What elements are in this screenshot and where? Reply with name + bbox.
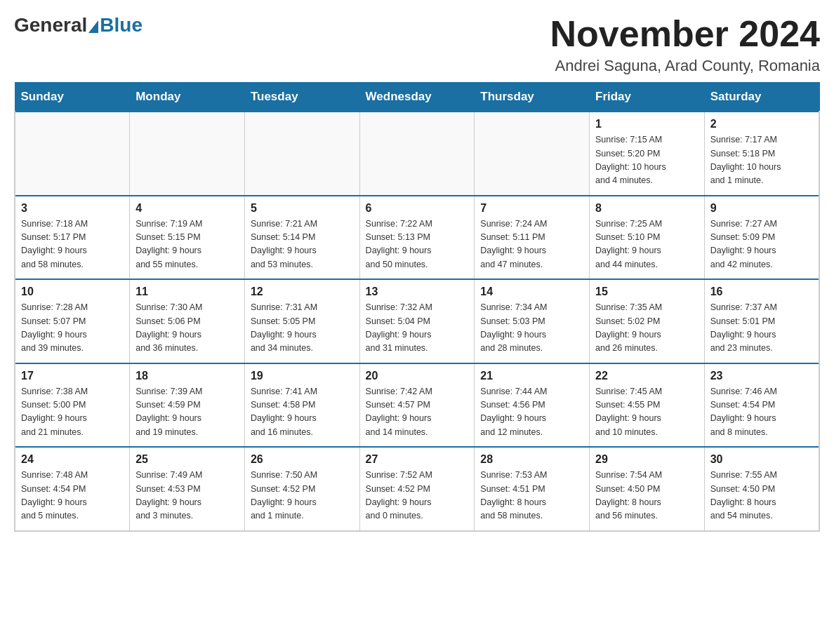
calendar-header-wednesday: Wednesday	[359, 83, 475, 112]
calendar-cell: 22Sunrise: 7:45 AM Sunset: 4:55 PM Dayli…	[590, 363, 705, 448]
day-info: Sunrise: 7:27 AM Sunset: 5:09 PM Dayligh…	[710, 217, 813, 272]
day-info: Sunrise: 7:17 AM Sunset: 5:18 PM Dayligh…	[710, 133, 813, 188]
day-number: 3	[21, 202, 124, 215]
day-number: 25	[135, 453, 239, 466]
calendar-cell: 17Sunrise: 7:38 AM Sunset: 5:00 PM Dayli…	[15, 363, 130, 448]
day-number: 27	[366, 453, 469, 466]
calendar-cell: 19Sunrise: 7:41 AM Sunset: 4:58 PM Dayli…	[244, 363, 359, 448]
day-info: Sunrise: 7:30 AM Sunset: 5:06 PM Dayligh…	[135, 301, 239, 356]
calendar-cell: 25Sunrise: 7:49 AM Sunset: 4:53 PM Dayli…	[130, 447, 245, 531]
logo-blue-text: Blue	[100, 14, 143, 36]
day-number: 28	[480, 453, 583, 466]
calendar-cell: 30Sunrise: 7:55 AM Sunset: 4:50 PM Dayli…	[704, 447, 819, 531]
day-number: 24	[21, 453, 124, 466]
calendar-header-sunday: Sunday	[15, 83, 130, 112]
calendar-cell: 2Sunrise: 7:17 AM Sunset: 5:18 PM Daylig…	[704, 112, 819, 196]
title-area: November 2024 Andrei Saguna, Arad County…	[550, 14, 820, 75]
day-number: 8	[595, 202, 699, 215]
day-info: Sunrise: 7:53 AM Sunset: 4:51 PM Dayligh…	[480, 469, 583, 523]
calendar-cell	[15, 112, 130, 196]
calendar-week-row-4: 17Sunrise: 7:38 AM Sunset: 5:00 PM Dayli…	[15, 363, 819, 448]
day-info: Sunrise: 7:32 AM Sunset: 5:04 PM Dayligh…	[366, 301, 469, 356]
day-number: 29	[595, 453, 699, 466]
day-info: Sunrise: 7:34 AM Sunset: 5:03 PM Dayligh…	[480, 301, 583, 356]
calendar-cell: 5Sunrise: 7:21 AM Sunset: 5:14 PM Daylig…	[244, 196, 359, 280]
calendar-week-row-3: 10Sunrise: 7:28 AM Sunset: 5:07 PM Dayli…	[15, 279, 819, 363]
calendar-cell: 27Sunrise: 7:52 AM Sunset: 4:52 PM Dayli…	[359, 447, 475, 531]
day-info: Sunrise: 7:19 AM Sunset: 5:15 PM Dayligh…	[135, 217, 239, 272]
calendar-table: SundayMondayTuesdayWednesdayThursdayFrid…	[14, 82, 820, 532]
day-info: Sunrise: 7:28 AM Sunset: 5:07 PM Dayligh…	[21, 301, 124, 356]
day-info: Sunrise: 7:41 AM Sunset: 4:58 PM Dayligh…	[251, 385, 354, 440]
day-info: Sunrise: 7:35 AM Sunset: 5:02 PM Dayligh…	[595, 301, 699, 356]
day-info: Sunrise: 7:45 AM Sunset: 4:55 PM Dayligh…	[595, 385, 699, 440]
day-info: Sunrise: 7:25 AM Sunset: 5:10 PM Dayligh…	[595, 217, 699, 272]
day-number: 21	[480, 370, 583, 382]
logo-triangle-icon	[88, 20, 98, 33]
day-number: 20	[366, 370, 469, 382]
month-title: November 2024	[550, 14, 820, 54]
day-info: Sunrise: 7:48 AM Sunset: 4:54 PM Dayligh…	[21, 469, 124, 523]
day-number: 16	[710, 286, 813, 298]
day-info: Sunrise: 7:31 AM Sunset: 5:05 PM Dayligh…	[251, 301, 354, 356]
day-number: 10	[21, 286, 124, 298]
calendar-cell: 10Sunrise: 7:28 AM Sunset: 5:07 PM Dayli…	[15, 279, 130, 363]
day-number: 1	[595, 118, 699, 130]
page-header: General Blue November 2024 Andrei Saguna…	[14, 14, 820, 75]
day-number: 12	[251, 286, 354, 298]
day-number: 17	[21, 370, 124, 382]
day-info: Sunrise: 7:54 AM Sunset: 4:50 PM Dayligh…	[595, 469, 699, 523]
day-info: Sunrise: 7:22 AM Sunset: 5:13 PM Dayligh…	[366, 217, 469, 272]
day-number: 11	[135, 286, 239, 298]
day-number: 22	[595, 370, 699, 382]
day-info: Sunrise: 7:24 AM Sunset: 5:11 PM Dayligh…	[480, 217, 583, 272]
calendar-cell: 14Sunrise: 7:34 AM Sunset: 5:03 PM Dayli…	[475, 279, 590, 363]
logo: General Blue	[14, 14, 143, 36]
calendar-header-friday: Friday	[590, 83, 705, 112]
day-number: 6	[366, 202, 469, 215]
calendar-cell: 4Sunrise: 7:19 AM Sunset: 5:15 PM Daylig…	[130, 196, 245, 280]
day-number: 26	[251, 453, 354, 466]
calendar-cell: 8Sunrise: 7:25 AM Sunset: 5:10 PM Daylig…	[590, 196, 705, 280]
calendar-cell: 16Sunrise: 7:37 AM Sunset: 5:01 PM Dayli…	[704, 279, 819, 363]
calendar-cell	[475, 112, 590, 196]
calendar-cell	[244, 112, 359, 196]
day-info: Sunrise: 7:38 AM Sunset: 5:00 PM Dayligh…	[21, 385, 124, 440]
day-info: Sunrise: 7:49 AM Sunset: 4:53 PM Dayligh…	[135, 469, 239, 523]
location-subtitle: Andrei Saguna, Arad County, Romania	[550, 57, 820, 75]
logo-general-text: General	[14, 14, 87, 36]
day-info: Sunrise: 7:42 AM Sunset: 4:57 PM Dayligh…	[366, 385, 469, 440]
calendar-cell: 13Sunrise: 7:32 AM Sunset: 5:04 PM Dayli…	[359, 279, 475, 363]
day-number: 4	[135, 202, 239, 215]
day-info: Sunrise: 7:21 AM Sunset: 5:14 PM Dayligh…	[251, 217, 354, 272]
calendar-header-tuesday: Tuesday	[244, 83, 359, 112]
day-number: 5	[251, 202, 354, 215]
day-info: Sunrise: 7:44 AM Sunset: 4:56 PM Dayligh…	[480, 385, 583, 440]
day-number: 14	[480, 286, 583, 298]
calendar-cell: 15Sunrise: 7:35 AM Sunset: 5:02 PM Dayli…	[590, 279, 705, 363]
day-number: 13	[366, 286, 469, 298]
calendar-cell: 20Sunrise: 7:42 AM Sunset: 4:57 PM Dayli…	[359, 363, 475, 448]
calendar-cell: 29Sunrise: 7:54 AM Sunset: 4:50 PM Dayli…	[590, 447, 705, 531]
calendar-cell: 1Sunrise: 7:15 AM Sunset: 5:20 PM Daylig…	[590, 112, 705, 196]
calendar-cell: 23Sunrise: 7:46 AM Sunset: 4:54 PM Dayli…	[704, 363, 819, 448]
calendar-cell	[130, 112, 245, 196]
calendar-cell: 9Sunrise: 7:27 AM Sunset: 5:09 PM Daylig…	[704, 196, 819, 280]
calendar-cell: 21Sunrise: 7:44 AM Sunset: 4:56 PM Dayli…	[475, 363, 590, 448]
calendar-cell: 6Sunrise: 7:22 AM Sunset: 5:13 PM Daylig…	[359, 196, 475, 280]
day-number: 23	[710, 370, 813, 382]
calendar-week-row-1: 1Sunrise: 7:15 AM Sunset: 5:20 PM Daylig…	[15, 112, 819, 196]
calendar-header-saturday: Saturday	[704, 83, 819, 112]
calendar-week-row-2: 3Sunrise: 7:18 AM Sunset: 5:17 PM Daylig…	[15, 196, 819, 280]
day-info: Sunrise: 7:37 AM Sunset: 5:01 PM Dayligh…	[710, 301, 813, 356]
calendar-cell: 18Sunrise: 7:39 AM Sunset: 4:59 PM Dayli…	[130, 363, 245, 448]
day-info: Sunrise: 7:50 AM Sunset: 4:52 PM Dayligh…	[251, 469, 354, 523]
day-info: Sunrise: 7:52 AM Sunset: 4:52 PM Dayligh…	[366, 469, 469, 523]
calendar-week-row-5: 24Sunrise: 7:48 AM Sunset: 4:54 PM Dayli…	[15, 447, 819, 531]
day-number: 18	[135, 370, 239, 382]
day-number: 19	[251, 370, 354, 382]
calendar-cell: 11Sunrise: 7:30 AM Sunset: 5:06 PM Dayli…	[130, 279, 245, 363]
day-number: 15	[595, 286, 699, 298]
calendar-cell: 28Sunrise: 7:53 AM Sunset: 4:51 PM Dayli…	[475, 447, 590, 531]
calendar-cell: 24Sunrise: 7:48 AM Sunset: 4:54 PM Dayli…	[15, 447, 130, 531]
